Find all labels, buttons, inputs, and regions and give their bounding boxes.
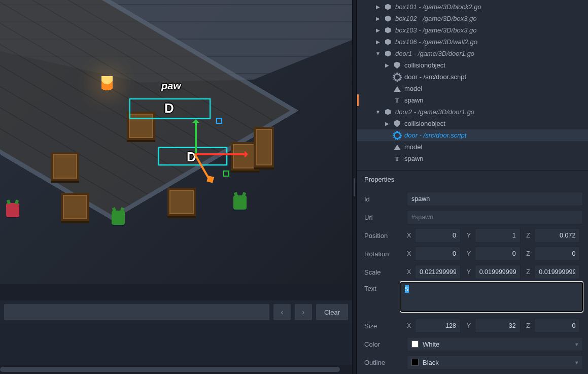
selection-marker: [357, 94, 359, 106]
prop-label-url: Url: [364, 214, 403, 221]
outline-label: model: [404, 143, 422, 151]
outline-label: door - /src/door.script: [404, 73, 466, 81]
search-input[interactable]: [4, 304, 269, 320]
cube-icon: [384, 3, 392, 11]
outline-label: box102 - /game/3D/box3.go: [395, 15, 476, 22]
outline-gameobject[interactable]: ▶box106 - /game/3D/wall2.go: [357, 36, 588, 48]
prop-label-position: Position: [364, 232, 403, 240]
door-label: D: [187, 149, 196, 165]
crate-sprite: [167, 188, 196, 216]
goblin-sprite: [112, 211, 125, 225]
scene-viewport[interactable]: D D paw: [0, 0, 352, 284]
expand-arrow-icon[interactable]: ▼: [375, 51, 381, 56]
outline-label: door2 - /game/3D/door1.go: [395, 108, 474, 116]
outline-component[interactable]: ▶Tspawn: [357, 153, 588, 164]
coll-icon: [393, 61, 401, 69]
outline-label: box106 - /game/3D/wall2.go: [395, 38, 477, 46]
text-input[interactable]: [400, 282, 583, 312]
outline-tree[interactable]: ▶box101 - /game/3D/block2.go▶box102 - /g…: [357, 0, 588, 170]
rotation-y-input[interactable]: [475, 247, 521, 261]
goblin-sprite: [233, 195, 247, 210]
search-next-button[interactable]: ›: [295, 304, 312, 320]
outline-swatch: [411, 359, 419, 366]
prop-label-text: Text: [364, 282, 396, 292]
outline-label: spawn: [404, 155, 424, 162]
outline-component[interactable]: ▶door - /src/door.script: [357, 71, 588, 83]
text-icon: T: [393, 96, 401, 104]
properties-panel: Properties Id Url Position X Y Z Rotatio…: [357, 170, 588, 374]
horizontal-scrollbar[interactable]: [0, 365, 352, 374]
scale-z-input[interactable]: [534, 265, 580, 279]
size-y-input[interactable]: [475, 319, 521, 333]
outline-component[interactable]: ▶collisionobject: [357, 59, 588, 71]
size-z-input[interactable]: [534, 319, 580, 333]
model-icon: [393, 85, 401, 92]
position-z-input[interactable]: [534, 228, 580, 243]
prop-label-color: Color: [364, 341, 403, 348]
outline-color-name: Black: [423, 359, 439, 366]
expand-arrow-icon[interactable]: ▶: [385, 121, 390, 126]
rotation-z-input[interactable]: [534, 247, 580, 261]
torch-sprite: [101, 76, 113, 97]
cube-icon: [384, 38, 392, 46]
prop-label-size: Size: [364, 322, 403, 330]
crate-sprite: [254, 127, 274, 167]
outline-component[interactable]: ▶door - /src/door.script: [357, 129, 588, 141]
outline-gameobject[interactable]: ▼door1 - /game/3D/door1.go: [357, 48, 588, 59]
search-prev-button[interactable]: ‹: [273, 304, 291, 320]
door-label: D: [164, 100, 174, 116]
search-clear-button[interactable]: Clear: [316, 304, 348, 320]
outline-label: box101 - /game/3D/block2.go: [395, 3, 481, 11]
outline-component[interactable]: ▶collisionobject: [357, 118, 588, 129]
model-icon: [393, 143, 401, 151]
outline-label: model: [404, 85, 422, 92]
id-input[interactable]: [407, 192, 583, 206]
size-x-input[interactable]: [415, 319, 461, 333]
prop-label-id: Id: [364, 195, 403, 203]
cube-icon: [384, 50, 392, 57]
outline-label: door1 - /game/3D/door1.go: [395, 50, 474, 57]
coll-icon: [393, 120, 401, 127]
expand-arrow-icon[interactable]: ▶: [385, 62, 390, 68]
position-x-input[interactable]: [415, 228, 461, 243]
color-name: White: [423, 341, 439, 348]
crate-sprite: [61, 193, 89, 221]
outline-label: box103 - /game/3D/box3.go: [395, 26, 476, 34]
expand-arrow-icon[interactable]: ▼: [375, 109, 381, 115]
pane-splitter[interactable]: [352, 0, 357, 374]
color-dropdown[interactable]: White: [407, 337, 583, 351]
player-sprite: [6, 203, 19, 217]
outline-label: door - /src/door.script: [404, 131, 466, 139]
rotation-x-input[interactable]: [415, 247, 461, 261]
outline-color-dropdown[interactable]: Black: [407, 355, 583, 369]
prop-label-outline: Outline: [364, 359, 403, 366]
cube-icon: [384, 108, 392, 116]
outline-component[interactable]: ▶model: [357, 141, 588, 153]
outline-label: collisionobject: [404, 120, 445, 127]
outline-label: spawn: [404, 96, 424, 104]
cube-icon: [384, 26, 392, 34]
gear-icon: [393, 73, 401, 81]
text-icon: T: [393, 155, 401, 162]
cube-icon: [384, 15, 392, 22]
expand-arrow-icon[interactable]: ▶: [375, 16, 381, 21]
outline-gameobject[interactable]: ▶box102 - /game/3D/box3.go: [357, 13, 588, 24]
expand-arrow-icon[interactable]: ▶: [375, 4, 381, 10]
scale-y-input[interactable]: [475, 265, 521, 279]
color-swatch: [411, 341, 419, 348]
asset-search-bar: ‹ › Clear: [0, 300, 352, 324]
outline-label: collisionobject: [404, 61, 445, 69]
url-input: [407, 210, 583, 224]
outline-component[interactable]: ▶Tspawn: [357, 94, 588, 106]
position-y-input[interactable]: [475, 228, 521, 243]
prop-label-scale: Scale: [364, 268, 403, 276]
expand-arrow-icon[interactable]: ▶: [375, 39, 381, 45]
crate-sprite: [51, 152, 79, 181]
outline-gameobject[interactable]: ▶box101 - /game/3D/block2.go: [357, 1, 588, 13]
prop-label-rotation: Rotation: [364, 250, 403, 258]
outline-component[interactable]: ▶model: [357, 83, 588, 94]
expand-arrow-icon[interactable]: ▶: [375, 27, 381, 33]
outline-gameobject[interactable]: ▶box103 - /game/3D/box3.go: [357, 24, 588, 36]
outline-gameobject[interactable]: ▼door2 - /game/3D/door1.go: [357, 106, 588, 118]
scale-x-input[interactable]: [415, 265, 461, 279]
